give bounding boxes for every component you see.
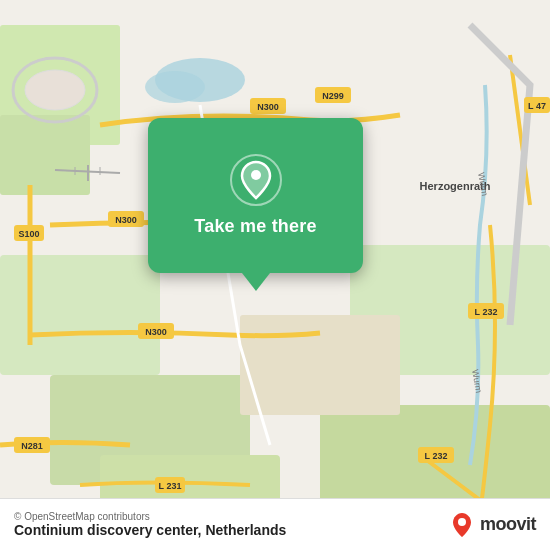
svg-text:N281: N281 [21, 441, 43, 451]
svg-text:S100: S100 [18, 229, 39, 239]
map-svg: N300 N299 L 47 N300 S100 Herzogenrath L … [0, 0, 550, 550]
svg-rect-3 [0, 255, 160, 375]
svg-point-2 [145, 71, 205, 103]
location-name: Continium discovery center, Netherlands [14, 522, 286, 538]
svg-text:N300: N300 [257, 102, 279, 112]
svg-text:L 47: L 47 [528, 101, 546, 111]
osm-attribution: © OpenStreetMap contributors [14, 511, 286, 522]
svg-text:L 232: L 232 [475, 307, 498, 317]
moovit-logo: moovit [448, 511, 536, 539]
svg-text:L 232: L 232 [425, 451, 448, 461]
moovit-pin-icon [448, 511, 476, 539]
moovit-brand-text: moovit [480, 514, 536, 535]
map-container: N300 N299 L 47 N300 S100 Herzogenrath L … [0, 0, 550, 550]
location-pin-icon [230, 154, 282, 206]
take-me-there-button[interactable]: Take me there [194, 216, 316, 237]
svg-text:N300: N300 [145, 327, 167, 337]
svg-text:L 231: L 231 [159, 481, 182, 491]
svg-point-42 [458, 518, 466, 526]
bottom-info-bar: © OpenStreetMap contributors Continium d… [0, 498, 550, 550]
popup-card[interactable]: Take me there [148, 118, 363, 273]
svg-text:N299: N299 [322, 91, 344, 101]
svg-rect-8 [240, 315, 400, 415]
svg-point-41 [251, 170, 261, 180]
svg-point-39 [25, 70, 85, 110]
svg-text:N300: N300 [115, 215, 137, 225]
svg-rect-10 [0, 115, 90, 195]
location-info: © OpenStreetMap contributors Continium d… [14, 511, 286, 538]
